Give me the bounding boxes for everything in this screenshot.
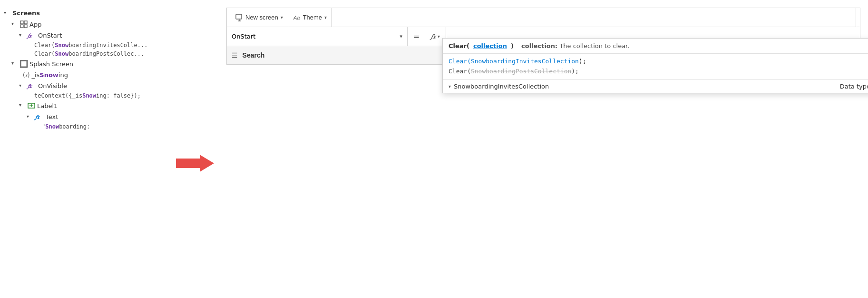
svg-marker-6: [176, 155, 214, 172]
code-end: );: [579, 58, 586, 65]
tooltip-fn-desc: collection: The collection to clear.: [517, 42, 630, 50]
theme-icon: Aa: [293, 14, 301, 21]
tooltip-header: Clear(collection) collection: The collec…: [443, 39, 868, 54]
is-snowing-label: _isSnowing: [31, 71, 68, 79]
new-screen-chevron: ▾: [281, 15, 283, 20]
label1-item[interactable]: ▾ Label1: [0, 100, 171, 111]
tooltip-code: Clear(SnowboardingInvitesCollection); Cl…: [443, 54, 868, 80]
toolbar-row: New screen ▾ Aa Theme ▾: [226, 8, 860, 27]
text-chevron: ▾: [27, 114, 33, 120]
svg-rect-7: [236, 14, 242, 19]
is-snowing-parens: (𝑥): [23, 72, 29, 79]
snowboarding-code: "Snowboarding:: [0, 122, 171, 131]
clear-invites-highlight: Snow: [55, 42, 68, 49]
theme-chevron: ▾: [324, 15, 327, 20]
toolbar-spacer: [332, 8, 856, 27]
new-screen-label: New screen: [245, 14, 278, 21]
app-chevron: ▾: [11, 21, 18, 28]
onstart-chevron: ▾: [19, 32, 26, 39]
collection-type: Data type: Table: [840, 83, 868, 90]
svg-text:Aa: Aa: [293, 15, 300, 20]
formula-selector-value: OnStart: [232, 33, 255, 40]
app-icon: [20, 20, 28, 28]
splash-screen-label: Splash Screen: [29, 60, 73, 68]
code-param: SnowboardingInvitesCollection: [471, 58, 579, 65]
svg-rect-0: [20, 21, 23, 24]
theme-label: Theme: [303, 14, 322, 21]
tooltip-fn-close: ): [511, 42, 514, 50]
screens-chevron: ▾: [4, 10, 10, 17]
onvisible-label: OnVisible: [38, 82, 67, 89]
onvisible-chevron: ▾: [19, 83, 26, 89]
text-item[interactable]: ▾ 𝑓𝑥 Text: [0, 111, 171, 122]
te-context-highlight: Snow: [82, 92, 96, 99]
svg-rect-1: [24, 21, 27, 24]
fx-label: 𝑓𝑥: [431, 33, 436, 40]
onstart-label: OnStart: [38, 32, 62, 39]
clear-posts-code: Clear(SnowboardingPostsCollec...: [0, 50, 171, 58]
equals-sign: =: [408, 32, 425, 41]
tooltip-code-line2: Clear(SnowboardingPostsCollection);: [449, 67, 868, 77]
clear-posts-highlight: Snow: [55, 50, 68, 57]
code-line2-strike: SnowboardingPostsCollection: [471, 68, 571, 75]
tooltip-collection-row: ▾ SnowboardingInvitesCollection Data typ…: [443, 80, 868, 93]
onvisible-item[interactable]: ▾ 𝑓𝑥 OnVisible: [0, 80, 171, 91]
clear-invites-code: Clear(SnowboardingInvitesColle...: [0, 41, 171, 50]
splash-icon: [20, 60, 28, 68]
svg-rect-2: [20, 25, 23, 28]
theme-button[interactable]: Aa Theme ▾: [288, 8, 332, 27]
collection-chevron: ▾: [449, 84, 451, 89]
arrow-icon: [176, 155, 214, 172]
screens-section[interactable]: ▾ Screens: [0, 8, 171, 19]
new-screen-icon: [235, 14, 243, 21]
svg-rect-4: [21, 61, 27, 67]
arrow-container: [171, 0, 219, 298]
tooltip-fn-name: Clear(: [449, 42, 469, 50]
is-snowing-item[interactable]: (𝑥) _isSnowing: [0, 70, 171, 80]
new-screen-button[interactable]: New screen ▾: [231, 8, 288, 27]
label1-icon: [28, 102, 35, 109]
onstart-fx-icon: 𝑓𝑥: [28, 32, 36, 39]
svg-rect-3: [24, 25, 27, 28]
content-wrapper: New screen ▾ Aa Theme ▾ OnStart ▾ = 𝑓𝑥 ▾: [171, 0, 868, 298]
collection-name: SnowboardingInvitesCollection: [454, 83, 840, 90]
splash-chevron: ▾: [11, 60, 18, 67]
formula-selector[interactable]: OnStart ▾: [227, 27, 408, 46]
splash-screen-item[interactable]: ▾ Splash Screen: [0, 58, 171, 70]
hamburger-icon: ☰: [232, 51, 238, 59]
te-context-code: teContext({_isSnowing: false});: [0, 91, 171, 100]
fx-chevron: ▾: [438, 34, 440, 39]
left-panel: ▾ Screens ▾ App ▾ 𝑓𝑥 OnStart Clear(Snowb…: [0, 0, 171, 298]
tooltip-panel: Clear(collection) collection: The collec…: [442, 38, 868, 93]
data-type-label: Data type:: [840, 83, 868, 90]
screens-label: Screens: [12, 10, 40, 17]
onvisible-fx-icon: 𝑓𝑥: [28, 83, 36, 89]
text-fx-icon: 𝑓𝑥: [35, 114, 44, 120]
tooltip-code-line1: Clear(SnowboardingInvitesCollection);: [449, 57, 868, 67]
app-item[interactable]: ▾ App: [0, 19, 171, 30]
onstart-item[interactable]: ▾ 𝑓𝑥 OnStart: [0, 30, 171, 41]
text-label: Text: [46, 113, 58, 120]
label1-label: Label1: [37, 102, 58, 109]
snowboarding-highlight: Snow: [45, 123, 59, 130]
label1-chevron: ▾: [19, 102, 26, 109]
formula-selector-chevron: ▾: [400, 33, 402, 40]
code-fn: Clear(: [449, 58, 471, 65]
tooltip-fn-param: collection: [473, 42, 507, 50]
app-label: App: [29, 21, 41, 28]
